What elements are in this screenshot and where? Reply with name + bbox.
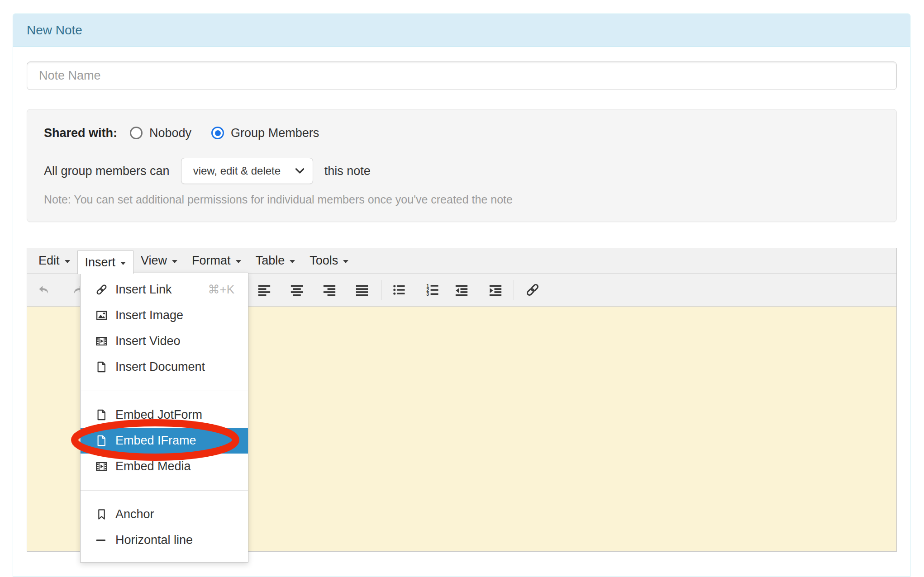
horizontal-line-icon bbox=[95, 534, 108, 546]
radio-nobody-label[interactable]: Nobody bbox=[149, 126, 191, 140]
menu-item-anchor[interactable]: Anchor bbox=[81, 501, 248, 527]
menu-item-label: Insert Document bbox=[115, 360, 205, 374]
undo-button[interactable] bbox=[37, 283, 51, 297]
film-icon bbox=[95, 335, 108, 347]
menu-item-label: Embed JotForm bbox=[115, 408, 202, 422]
menu-item-insert-image[interactable]: Insert Image bbox=[81, 303, 248, 328]
align-left-button[interactable] bbox=[257, 283, 271, 297]
menu-item-embed-media[interactable]: Embed Media bbox=[81, 454, 248, 479]
menu-item-insert-document[interactable]: Insert Document bbox=[81, 354, 248, 380]
insert-link-button[interactable] bbox=[525, 283, 540, 297]
menu-edit[interactable]: Edit bbox=[31, 248, 77, 273]
indent-button[interactable] bbox=[488, 283, 503, 297]
menu-item-label: Insert Video bbox=[115, 334, 181, 348]
page-title: New Note bbox=[27, 23, 82, 38]
align-right-icon bbox=[323, 283, 336, 297]
shared-with-row: Shared with: Nobody Group Members bbox=[44, 124, 880, 142]
menu-tools[interactable]: Tools bbox=[302, 248, 356, 273]
radio-group-members-label[interactable]: Group Members bbox=[231, 126, 319, 140]
radio-group-members[interactable] bbox=[211, 127, 224, 139]
toolbar-separator bbox=[381, 280, 381, 300]
document-icon bbox=[95, 361, 108, 373]
menu-insert[interactable]: Insert bbox=[77, 251, 134, 274]
permission-select-value: view, edit & delete bbox=[193, 165, 281, 177]
insert-dropdown-menu: Insert Link ⌘+K Insert Image Insert Vide… bbox=[80, 273, 248, 563]
menu-view-label: View bbox=[141, 254, 167, 268]
menu-format-label: Format bbox=[192, 254, 231, 268]
permission-row: All group members can view, edit & delet… bbox=[44, 158, 880, 184]
menu-view[interactable]: View bbox=[133, 248, 185, 273]
menu-table-label: Table bbox=[256, 254, 285, 268]
editor-menubar: Edit Insert View Format bbox=[27, 248, 896, 273]
menu-item-label: Insert Link bbox=[115, 283, 172, 297]
panel-header: New Note bbox=[13, 14, 910, 47]
menu-item-insert-link[interactable]: Insert Link ⌘+K bbox=[81, 277, 248, 303]
radio-nobody[interactable] bbox=[130, 127, 143, 139]
menu-separator bbox=[81, 490, 248, 491]
align-left-icon bbox=[257, 283, 271, 297]
menu-tools-label: Tools bbox=[310, 254, 338, 268]
menu-item-label: Insert Image bbox=[115, 308, 183, 322]
bookmark-icon bbox=[95, 508, 108, 520]
numbered-list-icon: 123 bbox=[426, 283, 439, 297]
menu-item-embed-iframe[interactable]: Embed IFrame bbox=[81, 428, 248, 454]
sharing-panel: Shared with: Nobody Group Members All gr… bbox=[27, 109, 897, 222]
menu-item-shortcut: ⌘+K bbox=[208, 283, 234, 297]
caret-down-icon bbox=[65, 260, 70, 263]
bullet-list-icon bbox=[392, 283, 406, 297]
outdent-icon bbox=[455, 283, 468, 297]
menu-format[interactable]: Format bbox=[185, 248, 248, 273]
image-icon bbox=[95, 309, 108, 322]
permission-prefix-label: All group members can bbox=[44, 164, 170, 178]
permissions-note: Note: You can set additional permissions… bbox=[44, 193, 880, 206]
svg-text:3: 3 bbox=[426, 291, 429, 297]
align-center-icon bbox=[290, 283, 304, 297]
menu-item-label: Embed IFrame bbox=[115, 434, 196, 448]
menu-insert-label: Insert bbox=[85, 255, 116, 270]
menu-item-label: Horizontal line bbox=[115, 533, 193, 547]
film-icon bbox=[95, 460, 108, 473]
bullet-list-button[interactable] bbox=[392, 283, 406, 297]
caret-down-icon bbox=[120, 262, 126, 265]
caret-down-icon bbox=[172, 260, 177, 263]
caret-down-icon bbox=[343, 260, 348, 263]
menu-item-label: Embed Media bbox=[115, 459, 191, 473]
menu-item-insert-video[interactable]: Insert Video bbox=[81, 328, 248, 354]
menu-edit-label: Edit bbox=[38, 254, 60, 268]
link-icon bbox=[95, 284, 108, 296]
permission-select[interactable]: view, edit & delete bbox=[181, 158, 313, 184]
caret-down-icon bbox=[236, 260, 241, 263]
justify-button[interactable] bbox=[355, 283, 369, 297]
chevron-down-icon bbox=[295, 168, 305, 174]
undo-icon bbox=[38, 284, 50, 296]
menu-item-horizontal-line[interactable]: Horizontal line bbox=[81, 527, 248, 553]
outdent-button[interactable] bbox=[454, 283, 469, 297]
menu-separator bbox=[81, 391, 248, 391]
justify-icon bbox=[355, 283, 369, 297]
menu-item-embed-jotform[interactable]: Embed JotForm bbox=[81, 402, 248, 428]
shared-with-label: Shared with: bbox=[44, 126, 117, 140]
numbered-list-button[interactable]: 123 bbox=[425, 283, 440, 297]
menu-table[interactable]: Table bbox=[248, 248, 303, 273]
link-icon bbox=[525, 283, 540, 297]
document-icon bbox=[95, 435, 108, 447]
caret-down-icon bbox=[290, 260, 295, 263]
indent-icon bbox=[489, 283, 502, 297]
align-center-button[interactable] bbox=[290, 283, 304, 297]
document-icon bbox=[95, 409, 108, 421]
note-name-input[interactable] bbox=[27, 61, 897, 90]
toolbar-separator bbox=[514, 280, 514, 300]
align-right-button[interactable] bbox=[322, 283, 337, 297]
permission-suffix-label: this note bbox=[324, 164, 371, 178]
menu-item-label: Anchor bbox=[115, 507, 154, 521]
